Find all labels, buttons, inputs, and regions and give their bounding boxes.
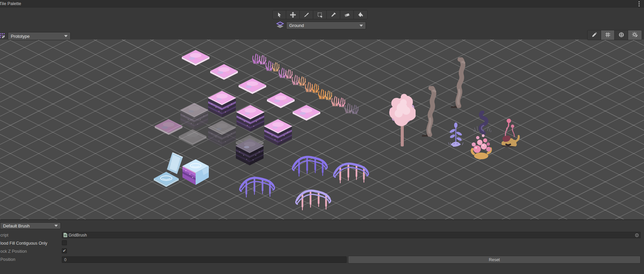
box-select-icon [317, 12, 323, 18]
box-fill-tool-button[interactable] [313, 10, 327, 19]
tile-palette-window: Tile Palette Ground [0, 0, 644, 274]
palette-item-cube[interactable] [236, 138, 264, 166]
z-position-field[interactable]: 0 [62, 256, 347, 263]
palette-item-cube[interactable] [208, 90, 236, 118]
palette-item-baretree[interactable] [418, 86, 437, 137]
palette-item-darkplant[interactable] [474, 111, 491, 136]
gear-pencil-icon [632, 32, 638, 39]
prototype-selector-row: Prototype [0, 32, 71, 40]
flood-fill-checkbox[interactable] [62, 240, 67, 245]
lock-z-checkbox[interactable]: ✔ [62, 248, 67, 253]
layers-icon [276, 21, 284, 30]
palette-item-tile[interactable] [238, 78, 267, 95]
palette-item-fence[interactable] [291, 148, 329, 179]
palette-item-fence[interactable] [332, 155, 370, 186]
brush-icon [303, 12, 309, 18]
palette-item-cube[interactable] [180, 103, 208, 130]
script-value: GridBrush [69, 233, 87, 238]
move-icon [290, 12, 296, 18]
gizmo-toggle-button[interactable] [615, 30, 628, 40]
eraser-icon [344, 12, 350, 18]
move-tool-button[interactable] [286, 10, 300, 19]
grid-icon [605, 32, 611, 39]
palette-asset-icon [0, 33, 5, 39]
palette-dropdown[interactable]: Ground [286, 22, 366, 29]
title-bar: Tile Palette [0, 0, 644, 7]
brush-settings-button[interactable] [628, 30, 642, 40]
chevron-down-icon [360, 25, 363, 27]
script-icon [64, 233, 67, 237]
paint-tool-button[interactable] [300, 10, 313, 19]
palette-item-cube[interactable] [236, 105, 265, 132]
palette-item-icetile[interactable] [153, 171, 179, 188]
chevron-down-icon [54, 225, 58, 227]
palette-item-pinktree[interactable] [387, 88, 416, 148]
window-title: Tile Palette [0, 1, 21, 6]
brush-dropdown[interactable]: Default Brush [0, 222, 61, 229]
palette-item-tile[interactable] [181, 50, 210, 67]
grid-toggle-button[interactable] [601, 30, 615, 40]
palette-item-tile[interactable] [210, 64, 238, 81]
palette-canvas[interactable] [0, 39, 644, 220]
bucket-icon [357, 12, 364, 18]
palette-item-berry[interactable] [470, 134, 494, 160]
palette-item-tile[interactable] [178, 129, 207, 146]
object-picker-icon[interactable] [635, 233, 639, 237]
flood-fill-label: lood Fill Contiguous Only [0, 241, 47, 246]
chevron-down-icon [64, 35, 68, 37]
select-tool-button[interactable] [273, 10, 286, 19]
palette-item-tile[interactable] [267, 92, 295, 110]
palette-item-baretree[interactable] [447, 57, 466, 108]
script-object-field[interactable]: GridBrush [62, 232, 641, 238]
palette-item-cube[interactable] [264, 119, 292, 146]
erase-tool-button[interactable] [340, 10, 354, 19]
pick-tool-button[interactable] [327, 10, 340, 19]
palette-item-fence[interactable] [238, 169, 276, 200]
palette-item-purpleplant[interactable] [448, 121, 464, 147]
fill-tool-button[interactable] [354, 10, 367, 19]
palette-item-grass[interactable] [344, 101, 361, 115]
lock-z-label: ock Z Position [0, 249, 27, 254]
palette-item-fence[interactable] [294, 182, 332, 213]
z-position-label: Position [0, 257, 15, 262]
eyedropper-icon [330, 12, 337, 18]
pencil-icon [591, 32, 597, 39]
palette-item-stump[interactable] [499, 134, 520, 148]
palette-item-icecube[interactable] [182, 159, 209, 186]
prototype-dropdown-label: Prototype [11, 34, 30, 39]
prototype-dropdown[interactable]: Prototype [8, 32, 71, 40]
palette-selector-row: Ground [276, 21, 366, 30]
reset-button[interactable]: Reset [348, 256, 641, 264]
cursor-icon [276, 12, 282, 18]
tilemap-toolbar [272, 10, 368, 19]
gizmo-icon [618, 32, 624, 39]
palette-item-tile[interactable] [292, 105, 321, 122]
brush-dropdown-label: Default Brush [3, 223, 30, 228]
edit-palette-button[interactable] [588, 30, 601, 40]
palette-item-cube[interactable] [208, 120, 236, 148]
brush-inspector-panel: Default Brush cript GridBrush lood Fill … [0, 221, 644, 274]
header: Ground [0, 8, 644, 39]
view-buttons [587, 30, 642, 40]
kebab-menu-icon[interactable] [637, 1, 641, 6]
script-label: cript [0, 233, 8, 238]
palette-dropdown-label: Ground [289, 23, 304, 28]
